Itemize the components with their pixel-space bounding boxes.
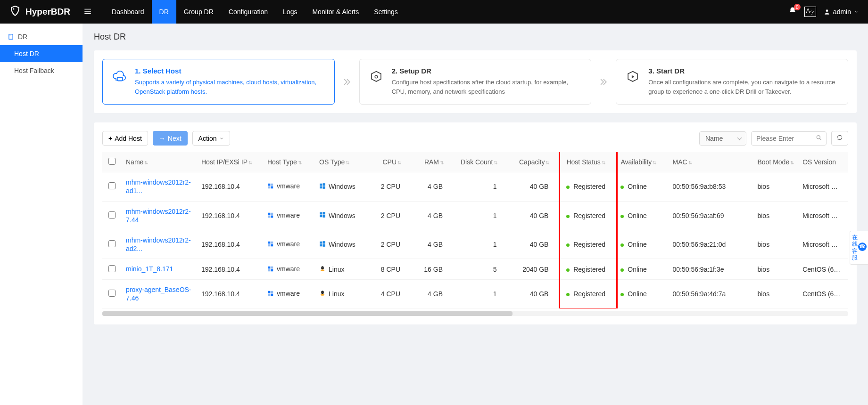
cell-cpu: 2 CPU [366,201,413,230]
col-hosttype[interactable]: Host Type⇅ [263,152,314,172]
server-icon [8,33,14,40]
vmware-icon [267,241,274,247]
svg-rect-19 [320,212,322,215]
cell-osv: Microsoft Windows Server [798,172,848,201]
select-all-checkbox[interactable] [108,158,116,165]
col-ip[interactable]: Host IP/EXSi IP⇅ [197,152,263,172]
chevron-down-icon [219,136,224,141]
svg-rect-8 [271,184,273,186]
svg-rect-41 [268,293,271,296]
vmware-icon [267,290,274,297]
col-cap[interactable]: Capacity⇅ [510,152,562,172]
col-boot[interactable]: Boot Mode⇅ [734,152,798,172]
cell-avail: Online [616,279,668,308]
col-ostype[interactable]: OS Type⇅ [314,152,366,172]
cell-hosttype: vmware [267,290,300,297]
step-arrow-icon [342,59,352,105]
svg-rect-32 [271,266,273,268]
nav-dashboard[interactable]: Dashboard [104,0,152,24]
host-name-link[interactable]: mhm-windows2012r2-ad2... [126,236,192,253]
step-select-host[interactable]: 1. Select Host Supports a variety of phy… [102,59,335,105]
nav-dr[interactable]: DR [152,0,176,24]
svg-rect-33 [268,269,271,271]
cell-boot: bios [734,172,798,201]
row-checkbox[interactable] [108,211,116,219]
user-menu[interactable]: admin [824,8,859,16]
col-name[interactable]: Name⇅ [121,152,197,172]
step-desc: Configure host specifications after the … [392,78,583,97]
refresh-icon [836,134,843,141]
sidebar-item-host-dr[interactable]: Host DR [0,45,83,62]
service-label: 在线客服 [851,234,858,261]
step-setup-dr[interactable]: 2. Setup DR Configure host specification… [359,59,592,105]
row-checkbox[interactable] [108,290,116,297]
sidebar-item-host-failback[interactable]: Host Failback [0,62,83,79]
nav-settings[interactable]: Settings [366,0,405,24]
svg-rect-22 [323,215,325,218]
svg-point-38 [323,267,323,268]
menu-toggle[interactable] [81,4,95,20]
cell-disk: 1 [456,279,510,308]
host-name-link[interactable]: mhm-windows2012r2-ad1... [126,178,192,195]
col-avail[interactable]: Availability⇅ [616,152,668,172]
host-name-link[interactable]: proxy-agent_BaseOS-7.46 [126,285,192,302]
search-input[interactable] [756,135,812,142]
row-checkbox[interactable] [108,265,116,272]
host-name-link[interactable]: minio_1T_8.171 [126,265,192,273]
svg-rect-12 [323,183,325,186]
row-checkbox[interactable] [108,182,116,189]
cell-ostype: Windows [319,211,355,219]
cell-ip: 192.168.10.4 [197,201,263,230]
row-checkbox[interactable] [108,240,116,247]
col-status[interactable]: Host Status⇅ [562,152,616,172]
table-row: mhm-windows2012r2-ad2... 192.168.10.4 vm… [102,230,848,259]
col-ram[interactable]: RAM⇅ [413,152,456,172]
online-support-tab[interactable]: ☎ 在线客服 [850,231,868,265]
host-table: Name⇅ Host IP/EXSi IP⇅ Host Type⇅ OS Typ… [102,152,848,308]
sidebar-root-dr[interactable]: DR [0,28,83,45]
next-label: Next [168,135,182,142]
table-h-scrollbar[interactable] [102,311,848,316]
svg-rect-34 [271,269,273,271]
nav-monitor-alerts[interactable]: Monitor & Alerts [305,0,366,24]
cell-ram: 4 GB [413,279,456,308]
vmware-icon [267,183,274,189]
cell-cpu: 8 CPU [366,259,413,279]
cell-ram: 4 GB [413,230,456,259]
nav-configuration[interactable]: Configuration [221,0,275,24]
cell-boot: bios [734,201,798,230]
col-disk[interactable]: Disk Count⇅ [456,152,510,172]
action-button[interactable]: Action [192,131,230,146]
filter-field-select[interactable]: Name [699,131,746,146]
cell-mac: 00:50:56:9a:af:69 [668,201,734,230]
step-start-dr[interactable]: 3. Start DR Once all configurations are … [616,59,848,105]
search-icon[interactable] [816,134,822,142]
nav-logs[interactable]: Logs [275,0,305,24]
cell-status: Registered [562,201,616,230]
svg-rect-16 [271,213,273,215]
svg-rect-11 [320,184,322,186]
col-cpu[interactable]: CPU⇅ [366,152,413,172]
cell-avail: Online [616,172,668,201]
cell-avail: Online [616,230,668,259]
language-switch[interactable]: A字 [804,7,816,17]
page-title: Host DR [94,32,857,42]
cell-osv: CentOS (64-bit) [798,279,848,308]
cell-ip: 192.168.10.4 [197,172,263,201]
nav-group-dr[interactable]: Group DR [176,0,221,24]
cell-boot: bios [734,259,798,279]
add-host-button[interactable]: +Add Host [102,131,148,146]
col-osv[interactable]: OS Version [798,152,848,172]
sidebar: DR Host DR Host Failback [0,24,83,405]
svg-point-5 [375,75,378,78]
table-row: mhm-windows2012r2-7.44 192.168.10.4 vmwa… [102,201,848,230]
next-button[interactable]: →Next [153,131,188,146]
table-row: proxy-agent_BaseOS-7.46 192.168.10.4 vmw… [102,279,848,308]
vmware-icon [267,212,274,219]
notifications[interactable]: 0 [788,7,797,16]
refresh-button[interactable] [831,131,848,146]
svg-point-36 [321,269,324,271]
host-name-link[interactable]: mhm-windows2012r2-7.44 [126,207,192,224]
col-mac[interactable]: MAC⇅ [668,152,734,172]
svg-point-43 [321,291,324,294]
